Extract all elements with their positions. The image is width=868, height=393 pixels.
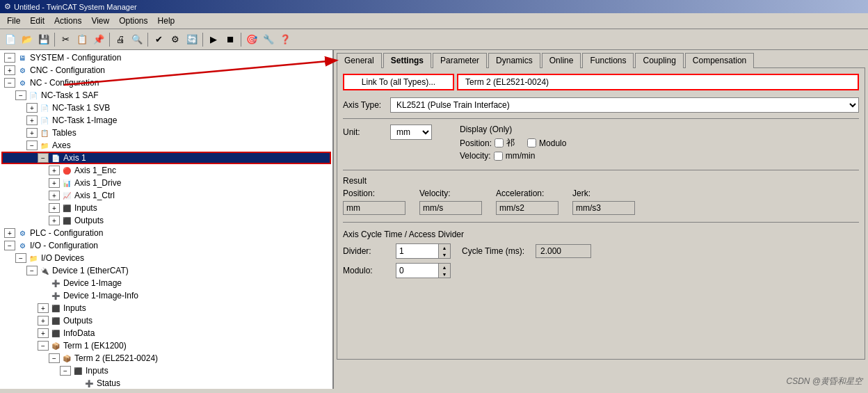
tree-icon-plc: ⚙ (17, 227, 28, 239)
tree-item-plc[interactable]: + ⚙ PLC - Configuration (1, 227, 331, 239)
tree-expand-term2[interactable]: − (49, 353, 60, 363)
tree-item-axes[interactable]: − 📁 Axes (1, 139, 331, 152)
tree-expand-iodevices[interactable]: − (15, 253, 26, 263)
tab-general[interactable]: General (337, 53, 382, 68)
tree-item-nctask1svb[interactable]: + 📄 NC-Task 1 SVB (1, 102, 331, 114)
tree-expand-axis1[interactable]: − (38, 153, 49, 163)
tree-item-io[interactable]: − ⚙ I/O - Configuration (1, 239, 331, 252)
tree-expand-axis1ctrl[interactable]: + (49, 191, 60, 200)
toolbar-target[interactable]: 🎯 (244, 32, 259, 47)
tree-item-device1image[interactable]: + ➕ Device 1-Image (1, 277, 331, 289)
divider-up[interactable]: ▲ (439, 244, 450, 251)
tree-item-io-inputs[interactable]: + ⬛ Inputs (1, 302, 331, 314)
menu-file[interactable]: File (3, 15, 24, 27)
tree-item-inputs[interactable]: + ⬛ Inputs (1, 202, 331, 214)
divider-down[interactable]: ▼ (439, 251, 450, 258)
toolbar-stop[interactable]: ⏹ (223, 32, 238, 47)
modulo-up[interactable]: ▲ (439, 264, 450, 271)
tree-expand-io-inputs[interactable]: + (38, 303, 49, 313)
tab-parameter[interactable]: Parameter (433, 53, 487, 68)
toolbar-run[interactable]: ▶ (206, 32, 221, 47)
position-checkbox[interactable] (495, 138, 504, 147)
tab-compensation[interactable]: Compensation (685, 53, 754, 68)
menu-view[interactable]: View (87, 15, 113, 27)
tree-item-device1imageinfo[interactable]: + ➕ Device 1-Image-Info (1, 289, 331, 302)
tab-functions[interactable]: Functions (582, 53, 634, 68)
tree-icon-axis1ctrl: 📈 (61, 190, 72, 201)
toolbar-save[interactable]: 💾 (36, 32, 51, 47)
tree-expand-axes[interactable]: − (26, 141, 38, 150)
toolbar-copy[interactable]: 📋 (74, 32, 90, 47)
tab-dynamics[interactable]: Dynamics (488, 53, 540, 68)
toolbar-print[interactable]: 🖨 (113, 32, 128, 47)
tab-online[interactable]: Online (542, 53, 581, 68)
tree-item-nctask1[interactable]: − 📄 NC-Task 1 SAF (1, 89, 331, 102)
menu-options[interactable]: Options (115, 15, 152, 27)
toolbar-check[interactable]: ✔ (151, 32, 166, 47)
toolbar-paste[interactable]: 📌 (91, 32, 106, 47)
unit-select[interactable]: mm (390, 125, 432, 140)
tree-expand-nctask1svb[interactable]: + (26, 103, 38, 113)
tree-expand-device1[interactable]: − (26, 266, 38, 275)
toolbar-help[interactable]: ❓ (278, 32, 293, 47)
tab-settings[interactable]: Settings (383, 53, 431, 68)
tree-label-io-inputs: Inputs (63, 303, 331, 313)
tree-expand-nc[interactable]: − (4, 78, 15, 88)
toolbar-config[interactable]: 🔧 (261, 32, 276, 47)
tree-icon-axis1: 📄 (50, 152, 61, 163)
tree-expand-plc[interactable]: + (4, 228, 15, 238)
toolbar-build[interactable]: ⚙ (168, 32, 183, 47)
tree-item-axis1drive[interactable]: + 📊 Axis 1_Drive (1, 177, 331, 189)
tree-label-term2: Term 2 (EL2521-0024) (74, 353, 331, 363)
tree-item-iodevices[interactable]: − 📁 I/O Devices (1, 252, 331, 264)
tree-expand-inputs[interactable]: + (49, 203, 60, 213)
tree-expand-nctask1image[interactable]: + (26, 115, 38, 125)
toolbar-open[interactable]: 📂 (19, 32, 35, 47)
tree-item-nctask1image[interactable]: + 📄 NC-Task 1-Image (1, 114, 331, 127)
tree-label-io-outputs: Outputs (63, 316, 331, 326)
tree-item-axis1ctrl[interactable]: + 📈 Axis 1_Ctrl (1, 189, 331, 202)
tree-expand-infodata[interactable]: + (38, 328, 49, 338)
tree-expand-cnc[interactable]: + (4, 65, 15, 75)
tree-item-device1[interactable]: − 🔌 Device 1 (EtherCAT) (1, 264, 331, 277)
menu-help[interactable]: Help (154, 15, 179, 27)
axis-type-select[interactable]: KL2521 (Pulse Train Interface) (390, 97, 859, 113)
toolbar-reload[interactable]: 🔄 (184, 32, 200, 47)
tree-expand-tables[interactable]: + (26, 128, 38, 138)
tree-item-term1[interactable]: − 📦 Term 1 (EK1200) (1, 339, 331, 352)
tree-item-axis1[interactable]: − 📄 Axis 1 (1, 152, 331, 164)
modulo-checkbox[interactable] (527, 138, 536, 147)
tree-item-tables[interactable]: + 📋 Tables (1, 127, 331, 139)
tree-item-nc[interactable]: − ⚙ NC - Configuration (1, 77, 331, 89)
divider-input[interactable] (396, 245, 438, 257)
tree-item-system[interactable]: − 🖥 SYSTEM - Configuration (1, 51, 331, 64)
tree-item-io-outputs[interactable]: + ⬛ Outputs (1, 314, 331, 327)
tree-expand-term2-inputs[interactable]: − (60, 366, 71, 376)
tree-item-outputs[interactable]: + ⬛ Outputs (1, 214, 331, 227)
tree-expand-nctask1[interactable]: − (15, 90, 26, 100)
tree-expand-axis1enc[interactable]: + (49, 166, 60, 175)
tree-item-axis1enc[interactable]: + 🔴 Axis 1_Enc (1, 164, 331, 177)
toolbar-preview[interactable]: 🔍 (129, 32, 145, 47)
position-check2-label: 祁 (506, 137, 515, 149)
tree-expand-io[interactable]: − (4, 241, 15, 250)
tree-expand-outputs[interactable]: + (49, 216, 60, 225)
toolbar-cut[interactable]: ✂ (58, 32, 73, 47)
toolbar-new[interactable]: 📄 (3, 32, 18, 47)
modulo-input[interactable] (396, 264, 438, 277)
tree-item-term2-inputs[interactable]: − ⬛ Inputs (1, 364, 331, 377)
modulo-down[interactable]: ▼ (439, 271, 450, 278)
tree-expand-io-outputs[interactable]: + (38, 316, 49, 326)
tree-expand-term1[interactable]: − (38, 341, 49, 351)
tree-expand-system[interactable]: − (4, 53, 15, 63)
tree-item-status[interactable]: + ➕ Status (1, 377, 331, 389)
tree-item-term2[interactable]: − 📦 Term 2 (EL2521-0024) (1, 352, 331, 364)
menu-actions[interactable]: Actions (50, 15, 86, 27)
tab-coupling[interactable]: Coupling (635, 53, 683, 68)
tree-item-cnc[interactable]: + ⚙ CNC - Configuration (1, 64, 331, 77)
tree-expand-axis1drive[interactable]: + (49, 178, 60, 188)
link-to-button[interactable]: Link To (all Types)... (343, 74, 454, 90)
velocity-checkbox[interactable] (494, 152, 503, 161)
tree-item-infodata[interactable]: + ⬛ InfoData (1, 327, 331, 339)
menu-edit[interactable]: Edit (26, 15, 49, 27)
